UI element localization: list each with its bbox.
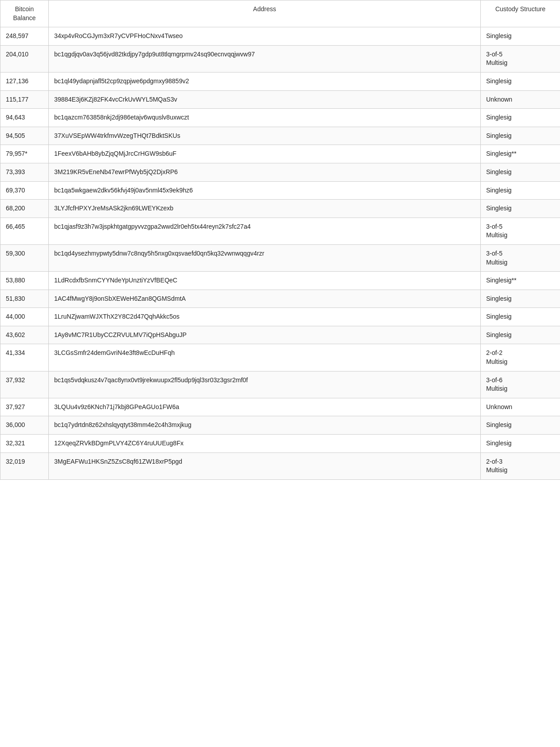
table-row: 94,643bc1qazcm763858nkj2dj986etajv6wqusl…	[0, 109, 560, 127]
cell-custody: 2-of-2 Multisig	[481, 344, 560, 371]
cell-address: bc1qazcm763858nkj2dj986etajv6wquslv8uxwc…	[49, 109, 481, 127]
table-row: 32,32112XqeqZRVkBDgmPLVY4ZC6Y4ruUUEug8Fx…	[0, 435, 560, 453]
cell-address: 34xp4vRoCGJym3xR7yCVPFHoCNxv4Twseo	[49, 27, 481, 46]
cell-address: 37XuVSEpWW4trkfmvWzegTHQt7BdktSKUs	[49, 127, 481, 145]
table-row: 115,17739884E3j6KZj82FK4vcCrkUvWYL5MQaS3…	[0, 90, 560, 109]
cell-address: 3LQUu4v9z6KNch71j7kbj8GPeAGUo1FW6a	[49, 398, 481, 416]
cell-address: 1LruNZjwamWJXThX2Y8C2d47QqhAkkc5os	[49, 308, 481, 326]
cell-balance: 37,927	[0, 398, 49, 416]
cell-custody: Singlesig	[481, 72, 560, 90]
cell-address: bc1qgdjqv0av3q56jvd82tkdjpy7gdp9ut8tlqmg…	[49, 45, 481, 72]
cell-balance: 68,200	[0, 200, 49, 218]
cell-address: bc1q7ydrtdn8z62xhslqyqtyt38mm4e2c4h3mxjk…	[49, 416, 481, 435]
cell-custody: Singlesig	[481, 127, 560, 145]
cell-custody: 3-of-6 Multisig	[481, 371, 560, 398]
header-balance: Bitcoin Balance	[0, 0, 49, 27]
header-address: Address	[49, 0, 481, 27]
cell-custody: Singlesig	[481, 200, 560, 218]
cell-custody: Singlesig	[481, 181, 560, 200]
cell-balance: 51,830	[0, 290, 49, 308]
cell-balance: 53,880	[0, 272, 49, 290]
cell-balance: 41,334	[0, 344, 49, 371]
cell-balance: 94,505	[0, 127, 49, 145]
table-row: 53,8801LdRcdxfbSnmCYYNdeYpUnztiYzVfBEQeC…	[0, 272, 560, 290]
cell-balance: 43,602	[0, 326, 49, 344]
cell-address: 3LYJfcfHPXYJreMsASk2jkn69LWEYKzexb	[49, 200, 481, 218]
table-row: 51,8301AC4fMwgY8j9onSbXEWeH6Zan8QGMSdmtA…	[0, 290, 560, 308]
table-row: 36,000bc1q7ydrtdn8z62xhslqyqtyt38mm4e2c4…	[0, 416, 560, 435]
cell-address: bc1ql49ydapnjafl5t2cp9zqpjwe6pdgmxy98859…	[49, 72, 481, 90]
cell-balance: 37,932	[0, 371, 49, 398]
cell-custody: Singlesig	[481, 27, 560, 46]
table-row: 248,59734xp4vRoCGJym3xR7yCVPFHoCNxv4Twse…	[0, 27, 560, 46]
cell-address: 3LCGsSmfr24demGvriN4e3ft8wEcDuHFqh	[49, 344, 481, 371]
cell-address: 1FeexV6bAHb8ybZjqQMjJrcCrHGW9sb6uF	[49, 145, 481, 163]
table-row: 59,300bc1qd4ysezhmypwty5dnw7c8nqy5h5nxg0…	[0, 244, 560, 271]
table-row: 37,932bc1qs5vdqkusz4v7qac8ynx0vt9jrekwuu…	[0, 371, 560, 398]
cell-balance: 59,300	[0, 244, 49, 271]
table-row: 79,957*1FeexV6bAHb8ybZjqQMjJrcCrHGW9sb6u…	[0, 145, 560, 163]
cell-address: 12XqeqZRVkBDgmPLVY4ZC6Y4ruUUEug8Fx	[49, 435, 481, 453]
table-row: 43,6021Ay8vMC7R1UbyCCZRVULMV7iQpHSAbguJP…	[0, 326, 560, 344]
cell-custody: Singlesig**	[481, 272, 560, 290]
cell-custody: Unknown	[481, 90, 560, 109]
table-row: 73,3933M219KR5vEneNb47ewrPfWyb5jQ2DjxRP6…	[0, 163, 560, 181]
cell-balance: 36,000	[0, 416, 49, 435]
cell-address: bc1qd4ysezhmypwty5dnw7c8nqy5h5nxg0xqsvae…	[49, 244, 481, 271]
cell-balance: 73,393	[0, 163, 49, 181]
cell-balance: 94,643	[0, 109, 49, 127]
main-table-container: Bitcoin Balance Address Custody Structur…	[0, 0, 560, 480]
cell-balance: 79,957*	[0, 145, 49, 163]
cell-custody: Singlesig	[481, 435, 560, 453]
table-row: 44,0001LruNZjwamWJXThX2Y8C2d47QqhAkkc5os…	[0, 308, 560, 326]
cell-custody: Singlesig	[481, 290, 560, 308]
cell-address: 1LdRcdxfbSnmCYYNdeYpUnztiYzVfBEQeC	[49, 272, 481, 290]
cell-custody: 2-of-3 Multisig	[481, 452, 560, 479]
cell-custody: Singlesig	[481, 308, 560, 326]
cell-address: bc1qs5vdqkusz4v7qac8ynx0vt9jrekwuupx2fl5…	[49, 371, 481, 398]
cell-balance: 204,010	[0, 45, 49, 72]
cell-custody: 3-of-5 Multisig	[481, 244, 560, 271]
cell-custody: 3-of-5 Multisig	[481, 218, 560, 244]
cell-custody: Singlesig**	[481, 145, 560, 163]
cell-address: 1Ay8vMC7R1UbyCCZRVULMV7iQpHSAbguJP	[49, 326, 481, 344]
header-custody: Custody Structure	[481, 0, 560, 27]
cell-address: 3M219KR5vEneNb47ewrPfWyb5jQ2DjxRP6	[49, 163, 481, 181]
cell-custody: Singlesig	[481, 163, 560, 181]
cell-balance: 127,136	[0, 72, 49, 90]
cell-custody: Singlesig	[481, 326, 560, 344]
table-row: 94,50537XuVSEpWW4trkfmvWzegTHQt7BdktSKUs…	[0, 127, 560, 145]
cell-balance: 32,321	[0, 435, 49, 453]
cell-balance: 66,465	[0, 218, 49, 244]
table-row: 37,9273LQUu4v9z6KNch71j7kbj8GPeAGUo1FW6a…	[0, 398, 560, 416]
cell-address: bc1qa5wkgaew2dkv56kfvj49j0av5nml45x9ek9h…	[49, 181, 481, 200]
cell-address: bc1qjasf9z3h7w3jspkhtgatgpyvvzgpa2wwd2lr…	[49, 218, 481, 244]
cell-custody: 3-of-5 Multisig	[481, 45, 560, 72]
cell-custody: Unknown	[481, 398, 560, 416]
cell-address: 39884E3j6KZj82FK4vcCrkUvWYL5MQaS3v	[49, 90, 481, 109]
table-row: 41,3343LCGsSmfr24demGvriN4e3ft8wEcDuHFqh…	[0, 344, 560, 371]
table-row: 32,0193MgEAFWu1HKSnZ5ZsC8qf61ZW18xrP5pgd…	[0, 452, 560, 479]
cell-custody: Singlesig	[481, 109, 560, 127]
table-row: 66,465bc1qjasf9z3h7w3jspkhtgatgpyvvzgpa2…	[0, 218, 560, 244]
table-row: 69,370bc1qa5wkgaew2dkv56kfvj49j0av5nml45…	[0, 181, 560, 200]
cell-balance: 248,597	[0, 27, 49, 46]
table-row: 204,010bc1qgdjqv0av3q56jvd82tkdjpy7gdp9u…	[0, 45, 560, 72]
cell-balance: 69,370	[0, 181, 49, 200]
cell-balance: 32,019	[0, 452, 49, 479]
cell-address: 3MgEAFWu1HKSnZ5ZsC8qf61ZW18xrP5pgd	[49, 452, 481, 479]
cell-balance: 44,000	[0, 308, 49, 326]
table-row: 127,136bc1ql49ydapnjafl5t2cp9zqpjwe6pdgm…	[0, 72, 560, 90]
bitcoin-table: Bitcoin Balance Address Custody Structur…	[0, 0, 560, 480]
table-row: 68,2003LYJfcfHPXYJreMsASk2jkn69LWEYKzexb…	[0, 200, 560, 218]
cell-custody: Singlesig	[481, 416, 560, 435]
cell-balance: 115,177	[0, 90, 49, 109]
cell-address: 1AC4fMwgY8j9onSbXEWeH6Zan8QGMSdmtA	[49, 290, 481, 308]
